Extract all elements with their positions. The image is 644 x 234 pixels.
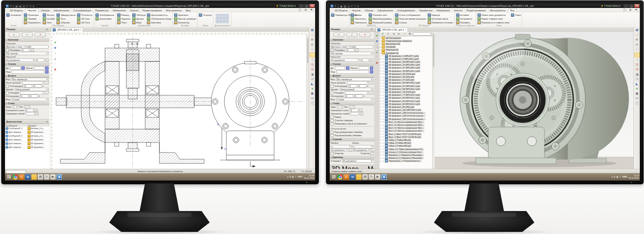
on-drawing-button[interactable]: На чертеже <box>6 52 49 55</box>
tree-row-icons[interactable]: ▸○✕ <box>380 67 385 69</box>
tree-item[interactable]: ▸○✕ 3D фрагмент_46 (Z24.grb) <box>380 75 432 78</box>
tflex-docs-button[interactable]: ⚡ T-FLEX DOCs ▾ <box>600 4 621 8</box>
tree-item[interactable]: ▸○✕ 3D фрагмент_45 (Z226.grb) <box>380 72 432 75</box>
ribbon-button[interactable]: Шероховатость <box>147 13 171 17</box>
tree-row-icons[interactable]: ▸○✕ <box>380 160 385 162</box>
ribbon-button[interactable]: Обозначение вида <box>147 17 171 20</box>
volume-icon[interactable]: ◉ <box>292 176 294 178</box>
tree-row-icons[interactable]: ▸○✕ <box>380 151 385 153</box>
tree-row-icons[interactable]: ▸○✕ <box>380 130 385 132</box>
ribbon-button[interactable]: 3D Узел <box>77 17 92 20</box>
ribbon-tab[interactable]: Инструменты <box>164 9 183 12</box>
ribbon-tab[interactable]: 3D Модель <box>333 9 349 12</box>
grid-icon[interactable]: ▦ <box>310 28 315 32</box>
copy-view-icon[interactable]: ▣ <box>310 92 315 96</box>
correction-checkbox[interactable] <box>331 49 334 52</box>
expand-icon[interactable]: ▸ <box>380 49 381 51</box>
ribbon-button[interactable]: Штриховка <box>95 17 114 20</box>
cancel-icon[interactable]: ✕ <box>53 68 58 71</box>
language-indicator[interactable]: ENG <box>622 176 627 178</box>
quick-access-icon[interactable]: ▤ <box>340 5 343 8</box>
section-arrows[interactable]: ▸Стрелки <box>330 137 374 141</box>
start-button[interactable]: ⊞ <box>6 174 12 180</box>
tree-item[interactable]: ▸○✕ 3D фрагмент_148 (Уплотнительное... <box>380 112 432 114</box>
section-units[interactable]: ▸Единицы <box>330 155 374 159</box>
ribbon-tab[interactable]: Параметры <box>94 9 110 12</box>
tree-item[interactable]: ▸○✕ 3D фрагмент_83 (RPL012-1.grb) <box>380 99 432 102</box>
ribbon-button[interactable]: Рисовать <box>456 20 472 24</box>
tree-row-icons[interactable]: ▸○✕ <box>380 88 385 90</box>
tree-row-icons[interactable]: ▸○✕ <box>380 76 385 78</box>
tree-row-icons[interactable]: ▸○✕ <box>380 118 385 120</box>
settings-icon[interactable]: ⚙ <box>628 8 633 12</box>
ribbon-button[interactable]: Новое главное окно <box>477 17 510 20</box>
ribbon-button[interactable]: Картинка <box>147 20 171 24</box>
ribbon-button[interactable]: Уменьшить <box>351 20 367 24</box>
ribbon-tab[interactable]: Измерение <box>435 9 452 12</box>
tree-item[interactable]: ▸○✕ Болт_5 (<Болты нормальные>Бол... <box>380 130 432 132</box>
quick-access-icon[interactable]: ▯ <box>13 5 14 8</box>
standard-select[interactable]: Из документа <box>342 159 373 163</box>
tree-row-icons[interactable]: ▸○✕ <box>380 133 385 135</box>
tflex-taskbar-icon[interactable]: ◈ <box>381 174 387 180</box>
tree-row-icons[interactable]: ▸○✕ <box>380 121 385 123</box>
monitor-icon[interactable]: ▭ <box>635 97 639 100</box>
shade-icon[interactable]: ● <box>310 87 315 91</box>
correction-input[interactable]: 0 <box>21 48 30 52</box>
tolerance-browse-button[interactable]: ... <box>44 81 49 84</box>
arc-icon[interactable]: ⌒ <box>53 62 58 66</box>
confirm-icon[interactable]: ✔ <box>53 41 58 44</box>
section-style[interactable]: ▸Стиль <box>330 101 374 105</box>
ribbon-tab[interactable]: 3D Модель <box>8 9 25 12</box>
tree-row-icons[interactable]: ▸○✕ <box>380 82 385 84</box>
tree-folder[interactable]: ▸ Операции <box>380 46 432 48</box>
tolerance-kind-select[interactable]: Все параметры <box>11 78 49 81</box>
tree-row-icons[interactable]: ▸○✕ <box>380 79 385 81</box>
node-icon[interactable]: ✚ <box>375 39 380 43</box>
ribbon-tab[interactable]: Анализ <box>128 9 140 12</box>
flag-icon[interactable]: ⚑ <box>634 8 639 12</box>
apply-button[interactable]: ✔ <box>346 33 357 37</box>
under-ext-checkbox[interactable] <box>331 134 334 137</box>
section-tolerance[interactable]: ▸Допуск <box>5 74 49 78</box>
angle-icon[interactable]: ∠ <box>375 50 380 54</box>
ribbon-button[interactable]: База <box>132 20 146 24</box>
diagnostics-row[interactable]: Сообщений: 1 Шпонка_2 (х... <box>5 134 49 138</box>
window-icon[interactable]: ▢ <box>635 102 639 105</box>
check-view2-icon[interactable]: ◲ <box>635 68 639 71</box>
dimension-icon[interactable]: ↔ <box>634 53 640 57</box>
tree-row-icons[interactable]: ▸○✕ <box>380 142 385 144</box>
node-icon[interactable]: ✚ <box>53 46 58 50</box>
scale-source-select[interactable]: Из документа <box>331 58 360 62</box>
editor-app-icon[interactable]: ✎ <box>44 174 49 180</box>
arrows-outside-checkbox[interactable] <box>331 119 334 122</box>
folder-icon[interactable] <box>31 174 37 180</box>
nominal-input[interactable]: 100 <box>27 45 49 48</box>
help-icon[interactable]: ⓘ <box>298 8 302 12</box>
ribbon-tab[interactable]: Спецификации <box>395 9 416 12</box>
section-icon[interactable]: ◪ <box>310 73 315 76</box>
ribbon-button[interactable]: Плоскость <box>77 13 92 17</box>
flag-icon[interactable]: ⚑ <box>309 8 314 12</box>
tree-item[interactable]: ▸○✕ 3D фрагмент_57 (RPL002-1.grb) <box>380 84 432 87</box>
expand-icon[interactable]: ▸ <box>380 43 381 45</box>
font-select[interactable]: Уменьшенный <box>15 88 49 91</box>
zoom-out-icon[interactable]: ⊖ <box>635 43 639 47</box>
lines-offset-input[interactable] <box>26 112 34 115</box>
tree-item[interactable]: ▸○✕ 3D фрагмент_33 (RPL005-1.grb) <box>380 64 432 66</box>
tree-row-icons[interactable]: ▸○✕ <box>380 154 385 156</box>
check-view2-icon[interactable]: ◲ <box>310 68 315 71</box>
shade-icon[interactable]: ● <box>635 87 639 91</box>
tree-item[interactable]: ▸○✕ 3D фрагмент_102 (RPL306-1.grb) <box>380 109 432 112</box>
ribbon-button[interactable]: Текст <box>117 20 131 24</box>
on-drawing-button[interactable]: На чертеже <box>331 52 373 55</box>
tree-row-icons[interactable]: ▸○✕ <box>380 106 385 108</box>
tree-item[interactable]: ▸○✕ 3D фрагмент_37 (RPL009-1.grb) <box>380 66 432 69</box>
tree-item[interactable]: ▸○✕ Манжета_2 (<Манжеты>Резиновы... <box>380 157 432 160</box>
document-tab[interactable]: _RPL000-1 СБ_.grb:2✕ <box>51 27 83 32</box>
section-strings[interactable]: ▸Строки <box>330 62 374 66</box>
section-value[interactable]: ▸Значение <box>330 38 374 42</box>
ribbon-tab[interactable]: Анализ <box>452 9 464 12</box>
tree-item[interactable]: ▸○✕ 3D фрагмент_149 (Уплотнительное... <box>380 114 432 117</box>
nominal-input[interactable]: 100 <box>352 45 373 48</box>
